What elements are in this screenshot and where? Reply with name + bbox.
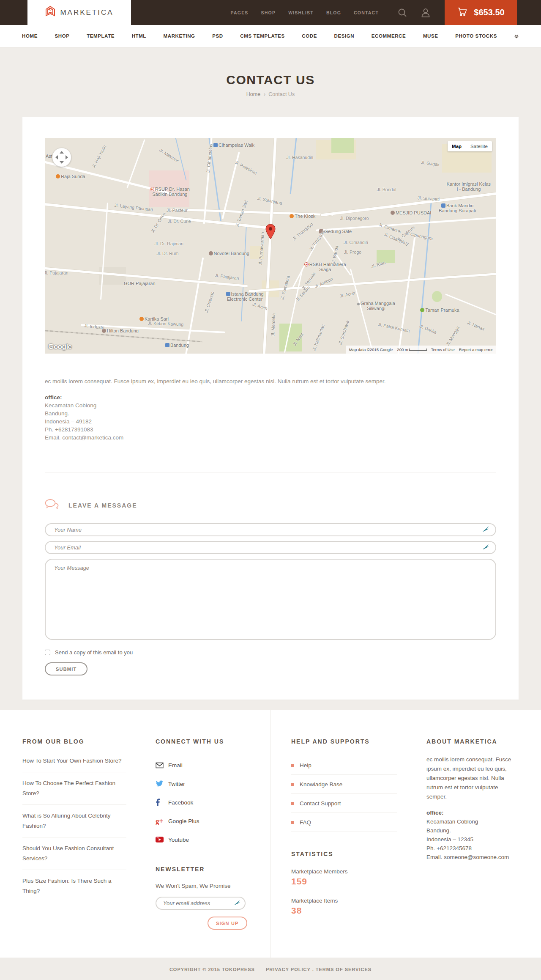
- autofill-icon[interactable]: [482, 543, 489, 552]
- blog-post-link[interactable]: What is So Alluring About Celebrity Fash…: [22, 805, 126, 837]
- footer-blog-column: FROM OUR BLOG How To Start Your Own Fash…: [22, 710, 135, 958]
- top-nav-item[interactable]: SHOP: [261, 10, 276, 15]
- category-nav-item[interactable]: CODE: [302, 33, 317, 38]
- address-line: Kecamatan Coblong: [45, 401, 496, 409]
- map-label: Jl. Surapati: [417, 195, 440, 202]
- map-label: Jl. Dahlia: [418, 323, 437, 335]
- category-nav-item[interactable]: CMS TEMPLATES: [240, 33, 284, 38]
- help-link[interactable]: Knowladge Base: [291, 775, 397, 794]
- help-link[interactable]: Help: [291, 756, 397, 775]
- category-nav-item[interactable]: MUSE: [423, 33, 438, 38]
- map-label: Jl. Dr. Rajiman: [155, 241, 183, 246]
- google-logo[interactable]: Google: [48, 343, 72, 351]
- map-label: Jl. Makmur: [158, 147, 180, 163]
- top-nav-item[interactable]: PAGES: [231, 10, 249, 15]
- map-label: Jl. Patra Komala: [377, 321, 410, 333]
- blog-post-link[interactable]: Plus Size Fashion: Is There Such a Thing…: [22, 870, 126, 902]
- blog-post-link[interactable]: How To Start Your Own Fashion Store?: [22, 750, 126, 772]
- category-nav-item[interactable]: HOME: [22, 33, 38, 38]
- category-nav-item[interactable]: MARKETING: [164, 33, 195, 38]
- category-nav-item[interactable]: HTML: [132, 33, 146, 38]
- email-input[interactable]: [54, 544, 482, 551]
- pan-down-icon[interactable]: [60, 161, 64, 164]
- social-label: Email: [168, 762, 183, 769]
- blog-post-link[interactable]: Should You Use Fashion Consultant Servic…: [22, 837, 126, 870]
- satellite-view-button[interactable]: Satellite: [466, 141, 492, 151]
- social-link[interactable]: Twitter: [156, 774, 262, 793]
- email-field-wrap: [45, 541, 496, 554]
- google-map[interactable]: AstonRaja SundaJl. Haji YasinJl. MakmurJ…: [45, 138, 496, 354]
- office-address: Kecamatan CoblongBandung.Indonesia – 491…: [45, 401, 496, 442]
- pan-up-icon[interactable]: [60, 151, 64, 154]
- category-nav-item[interactable]: DESIGN: [334, 33, 355, 38]
- chevron-down-icon[interactable]: [514, 33, 519, 38]
- top-nav-item[interactable]: BLOG: [326, 10, 341, 15]
- send-copy-checkbox[interactable]: [45, 650, 50, 655]
- blog-post-link[interactable]: How To Choose The Perfect Fashion Store?: [22, 772, 126, 805]
- copyright-links: PRIVACY POLICY . TERMS OF SERVICES: [266, 967, 372, 972]
- terms-of-use-link[interactable]: Terms of Use: [431, 347, 455, 352]
- map-block: [331, 138, 354, 153]
- breadcrumb: Home › Contact Us: [0, 91, 541, 97]
- social-link[interactable]: Email: [156, 756, 262, 774]
- pan-left-icon[interactable]: [55, 155, 58, 159]
- map-label: Jl. Diponegoro: [340, 216, 369, 221]
- map-data-text: Map data ©2015 Google: [349, 347, 393, 352]
- map-view-button[interactable]: Map: [448, 141, 466, 151]
- contact-card: AstonRaja SundaJl. Haji YasinJl. MakmurJ…: [22, 117, 519, 700]
- help-link[interactable]: Contact Support: [291, 794, 397, 813]
- mall-badge-icon: [226, 292, 230, 296]
- terms-of-services-link[interactable]: TERMS OF SERVICES: [316, 967, 372, 972]
- help-heading: HELP AND SUPPORTS: [291, 738, 397, 745]
- category-nav-item[interactable]: SHOP: [55, 33, 70, 38]
- signup-button[interactable]: SIGN UP: [208, 917, 247, 930]
- category-nav-item[interactable]: TEMPLATE: [87, 33, 115, 38]
- search-icon[interactable]: [397, 8, 407, 18]
- pan-right-icon[interactable]: [66, 155, 68, 159]
- map-pan-control[interactable]: [52, 148, 71, 167]
- connect-heading: CONNECT WITH US: [156, 738, 262, 745]
- category-nav-item[interactable]: PHOTO STOCKS: [455, 33, 497, 38]
- map-label: Bank Mandiri Bandung Surapati: [434, 203, 480, 213]
- bank-badge-icon: [441, 203, 445, 208]
- autofill-icon[interactable]: [234, 899, 240, 908]
- category-nav-item[interactable]: ECOMMERCE: [372, 33, 406, 38]
- map-marker-pin[interactable]: [265, 224, 276, 242]
- social-link[interactable]: g+ Google Plus: [156, 812, 262, 830]
- social-link[interactable]: Facebook: [156, 793, 262, 812]
- page-title: CONTACT US: [0, 73, 541, 87]
- message-textarea[interactable]: [45, 559, 496, 640]
- map-label: Novotel Bandung: [206, 251, 252, 256]
- map-label: Jl. Cicendo: [203, 291, 215, 313]
- report-map-error-link[interactable]: Report a map error: [459, 347, 493, 352]
- top-nav-item[interactable]: WISHLIST: [288, 10, 314, 15]
- social-link[interactable]: You Youtube: [156, 830, 262, 849]
- help-link[interactable]: FAQ: [291, 813, 397, 832]
- chat-bubbles-icon: [45, 499, 59, 512]
- email-icon: [156, 762, 168, 769]
- submit-button[interactable]: SUBMIT: [45, 662, 87, 675]
- privacy-policy-link[interactable]: PRIVACY POLICY: [266, 967, 311, 972]
- map-label: Cihampelas Walk: [211, 143, 257, 148]
- office-label: office:: [45, 393, 496, 401]
- help-list: Help Knowladge Base Contact Support FAQ: [291, 756, 397, 832]
- map-label: Jl. Bondol: [377, 187, 396, 192]
- newsletter-email-input[interactable]: [163, 900, 234, 906]
- name-input[interactable]: [54, 527, 482, 533]
- newsletter-field-wrap: [156, 897, 246, 910]
- logo[interactable]: MARKETICA: [27, 0, 131, 25]
- autofill-icon[interactable]: [482, 525, 489, 534]
- top-nav-item[interactable]: CONTACT: [354, 10, 379, 15]
- social-label: Facebook: [168, 799, 193, 806]
- send-copy-row: Send a copy of this email to you: [45, 649, 496, 656]
- hotel-badge-icon: [209, 251, 213, 255]
- cart-button[interactable]: $653.50: [445, 0, 517, 25]
- account-icon[interactable]: [421, 8, 430, 18]
- newsletter-tagline: We Won't Spam, We Promise: [156, 883, 262, 889]
- footer-help-column: HELP AND SUPPORTS Help Knowladge Base Co…: [271, 710, 406, 958]
- statistics-list: Marketplace Members 159 Marketplace Item…: [291, 868, 397, 916]
- map-label: Jl. Nanas: [466, 320, 485, 332]
- breadcrumb-home-link[interactable]: Home: [246, 91, 260, 97]
- category-nav-item[interactable]: PSD: [212, 33, 223, 38]
- youtube-icon: You: [156, 837, 168, 843]
